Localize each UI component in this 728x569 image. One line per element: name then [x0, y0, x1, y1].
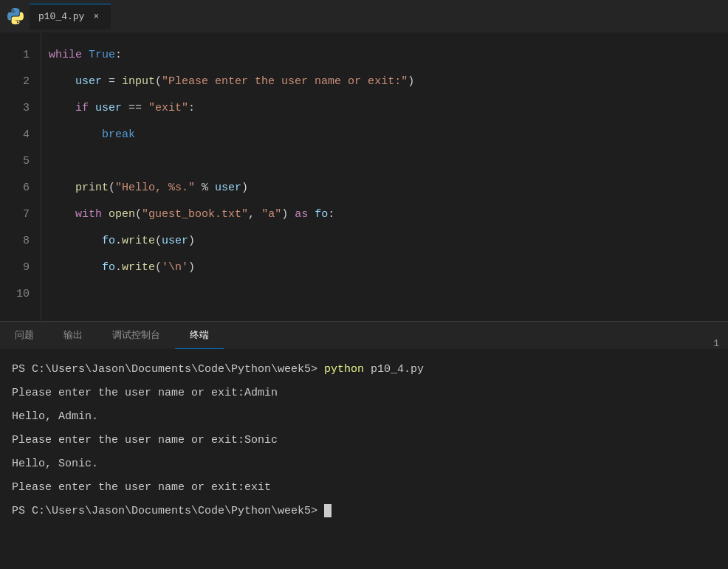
code-editor: 1 2 3 4 5 6 7 8 9 10 while True: user = … — [0, 33, 728, 321]
code-line-9: fo.write('\n') — [49, 255, 728, 281]
tab-output-label: 输出 — [63, 328, 83, 342]
line-num-1: 1 — [0, 42, 30, 69]
terminal-line-3: Hello, Admin. — [12, 405, 716, 429]
line-num-7: 7 — [0, 201, 30, 228]
tab-close-button[interactable]: × — [90, 11, 102, 23]
tab-problems-label: 问题 — [15, 328, 34, 342]
line-numbers: 1 2 3 4 5 6 7 8 9 10 — [0, 33, 41, 321]
tab-terminal-label: 终端 — [190, 328, 209, 342]
tab-filename: p10_4.py — [38, 11, 84, 22]
terminal-line-2: Please enter the user name or exit:Admin — [12, 382, 716, 405]
terminal-panel[interactable]: PS C:\Users\Jason\Documents\Code\Python\… — [0, 349, 728, 569]
terminal-line-4: Please enter the user name or exit:Sonic — [12, 429, 716, 452]
terminal-line-6: Please enter the user name or exit:exit — [12, 476, 716, 500]
code-line-6: print("Hello, %s." % user) — [49, 175, 728, 201]
tab-output[interactable]: 输出 — [49, 321, 97, 349]
code-line-4: break — [49, 122, 728, 148]
terminal-line-7: PS C:\Users\Jason\Documents\Code\Python\… — [12, 500, 716, 523]
title-bar: p10_4.py × — [0, 0, 728, 33]
python-icon — [7, 8, 24, 24]
code-line-3: if user == "exit": — [49, 95, 728, 122]
code-line-10 — [49, 281, 728, 308]
tab-problems[interactable]: 问题 — [0, 321, 49, 349]
panel-tabs: 问题 输出 调试控制台 终端 1 — [0, 321, 728, 349]
code-line-2: user = input("Please enter the user name… — [49, 69, 728, 95]
panel-right-number: 1 — [713, 338, 728, 349]
line-num-8: 8 — [0, 228, 30, 255]
code-line-7: with open("guest_book.txt", "a") as fo: — [49, 201, 728, 228]
code-line-8: fo.write(user) — [49, 228, 728, 255]
line-num-10: 10 — [0, 281, 30, 308]
line-num-2: 2 — [0, 69, 30, 95]
editor-tab[interactable]: p10_4.py × — [30, 4, 111, 30]
line-num-6: 6 — [0, 175, 30, 201]
code-line-5 — [49, 148, 728, 175]
line-num-3: 3 — [0, 95, 30, 122]
tab-debug-console[interactable]: 调试控制台 — [97, 321, 175, 349]
terminal-line-5: Hello, Sonic. — [12, 452, 716, 476]
code-line-1: while True: — [49, 42, 728, 69]
terminal-line-1: PS C:\Users\Jason\Documents\Code\Python\… — [12, 358, 716, 382]
line-num-4: 4 — [0, 122, 30, 148]
tab-debug-label: 调试控制台 — [112, 328, 160, 342]
code-content[interactable]: while True: user = input("Please enter t… — [41, 33, 728, 321]
tab-terminal[interactable]: 终端 — [175, 321, 224, 349]
line-num-5: 5 — [0, 148, 30, 175]
terminal-cursor — [324, 504, 332, 517]
line-num-9: 9 — [0, 255, 30, 281]
